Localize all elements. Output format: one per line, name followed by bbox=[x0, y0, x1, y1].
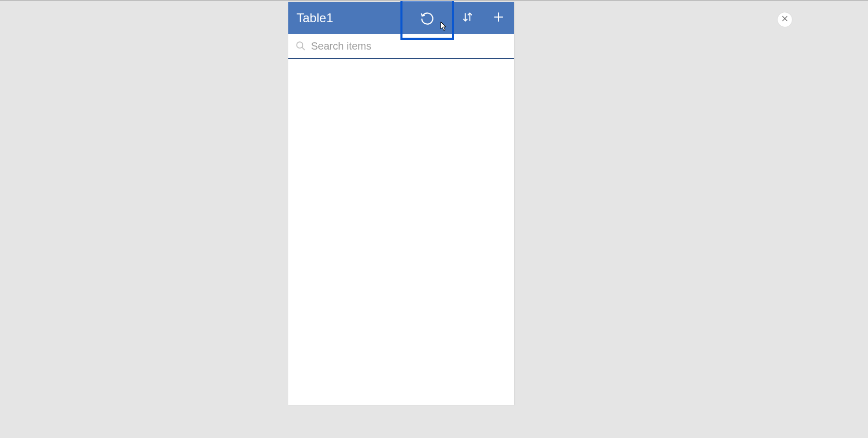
search-icon bbox=[293, 40, 308, 52]
search-input[interactable] bbox=[308, 40, 509, 52]
app-panel: Table1 bbox=[288, 2, 514, 405]
panel-title: Table1 bbox=[288, 11, 402, 25]
refresh-button[interactable] bbox=[402, 2, 452, 38]
close-icon bbox=[781, 14, 789, 25]
svg-point-4 bbox=[297, 42, 303, 48]
close-button[interactable] bbox=[778, 12, 792, 27]
header-bar: Table1 bbox=[288, 2, 514, 34]
content-area bbox=[288, 59, 514, 405]
sort-button[interactable] bbox=[452, 2, 483, 34]
add-button[interactable] bbox=[483, 2, 514, 34]
refresh-icon bbox=[420, 11, 435, 28]
sort-icon bbox=[461, 10, 474, 26]
svg-line-5 bbox=[302, 48, 305, 50]
search-row bbox=[288, 34, 514, 59]
header-actions bbox=[402, 2, 514, 34]
plus-icon bbox=[492, 10, 505, 26]
